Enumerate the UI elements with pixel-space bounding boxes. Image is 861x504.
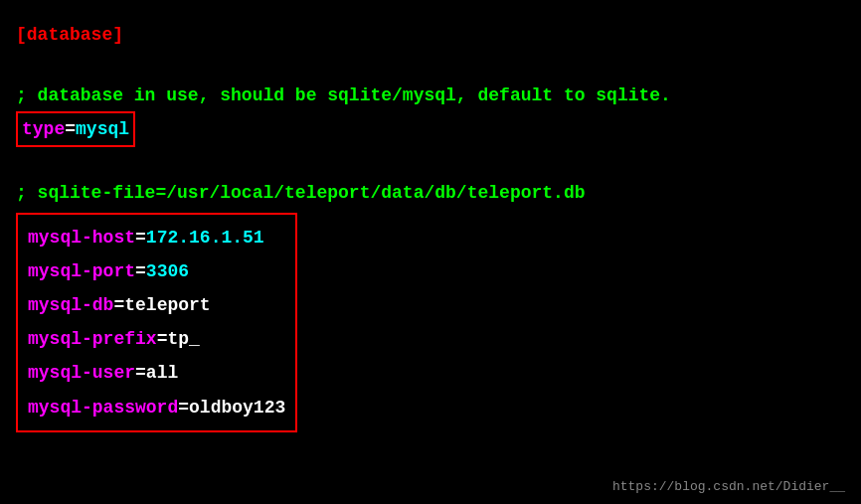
code-block: [database] ; database in use, should be … [0, 0, 861, 452]
type-box: type=mysql [16, 111, 135, 148]
mysql-db-line: mysql-db=teleport [28, 288, 285, 322]
mysql-port-value: 3306 [146, 261, 189, 281]
empty-line-1 [16, 51, 845, 82]
mysql-prefix-key: mysql-prefix [28, 329, 157, 349]
empty-line-2 [16, 147, 845, 178]
comment-line-1: ; database in use, should be sqlite/mysq… [16, 81, 845, 111]
mysql-user-key: mysql-user [28, 363, 135, 383]
mysql-password-line: mysql-password=oldboy123 [28, 391, 285, 424]
type-line: type=mysql [16, 111, 845, 148]
mysql-host-line: mysql-host=172.16.1.51 [28, 221, 285, 254]
watermark: https://blog.csdn.net/Didier__ [612, 479, 845, 494]
mysql-config-block: mysql-host=172.16.1.51 mysql-port=3306 m… [16, 213, 297, 432]
mysql-port-line: mysql-port=3306 [28, 254, 285, 288]
mysql-password-value: oldboy123 [189, 398, 285, 418]
comment-line-2: ; sqlite-file=/usr/local/teleport/data/d… [16, 178, 845, 209]
type-value: mysql [76, 119, 129, 139]
mysql-user-line: mysql-user=all [28, 356, 285, 390]
section-header: [database] [16, 20, 845, 51]
mysql-host-value: 172.16.1.51 [146, 228, 264, 248]
mysql-port-key: mysql-port [28, 261, 135, 281]
mysql-db-key: mysql-db [28, 295, 113, 315]
mysql-prefix-line: mysql-prefix=tp_ [28, 322, 285, 356]
mysql-host-key: mysql-host [28, 228, 135, 248]
type-key: type [22, 119, 65, 139]
mysql-prefix-value: tp_ [167, 329, 199, 349]
mysql-password-key: mysql-password [28, 398, 178, 418]
mysql-user-value: all [146, 363, 178, 383]
mysql-db-value: teleport [124, 295, 210, 315]
